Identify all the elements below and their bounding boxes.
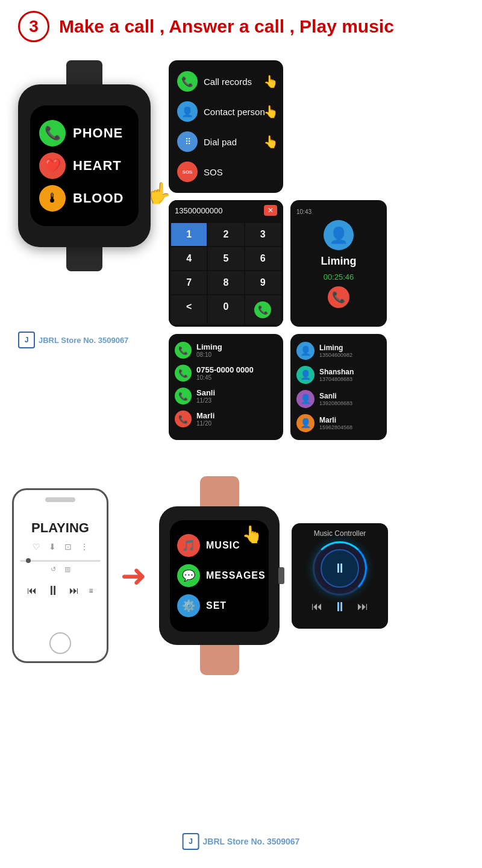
pause-icon[interactable]: ⏸: [46, 583, 60, 599]
heart-label: HEART: [73, 158, 122, 174]
watch-menu-messages[interactable]: 💬 MESSAGES: [177, 564, 261, 587]
calllog-name-4: Marli: [196, 411, 277, 420]
dialpad-key-9[interactable]: 9: [245, 271, 281, 294]
menu-item-sos[interactable]: SOS SOS: [169, 157, 283, 187]
dialpad-key-3[interactable]: 3: [245, 223, 281, 246]
calllog-item-4: 📞 Marli 11/20: [169, 407, 283, 430]
mc-next-icon[interactable]: ⏭: [357, 600, 368, 613]
menu-item-callrecords[interactable]: 📞 Call records 👆: [169, 66, 283, 96]
calllog-info-2: 0755-0000 0000 10:45: [196, 365, 277, 381]
like-icon[interactable]: ♡: [33, 542, 40, 552]
phone-home-button[interactable]: [49, 632, 71, 654]
calllog-info-4: Marli 11/20: [196, 411, 277, 427]
pink-watch-body: 🎵 MUSIC 💬 MESSAGES ⚙️ SET 👆: [159, 506, 280, 645]
dialpad-key-8[interactable]: 8: [208, 271, 243, 294]
dialpad-call-icon: 📞: [254, 301, 271, 318]
contact-info-4: Marli 15962804568: [319, 416, 381, 430]
dialpad-key-4[interactable]: 4: [171, 247, 207, 270]
dialpad-key-7[interactable]: 7: [171, 271, 207, 294]
dialpad-key-0[interactable]: 0: [208, 295, 243, 324]
settings-icon: ⚙️: [177, 594, 200, 617]
prev-icon[interactable]: ⏮: [27, 585, 37, 596]
music-disc-outer: ⏸: [313, 541, 367, 596]
watch-item-phone: 📞 PHONE: [39, 120, 130, 146]
music-progress-arc: [313, 541, 367, 596]
menu-item-dialpad[interactable]: ⠿ Dial pad 👆: [169, 127, 283, 157]
shuffle-icon[interactable]: ↺: [51, 565, 56, 573]
dialpad-key-2[interactable]: 2: [208, 223, 243, 246]
contact-name-2: Shanshan: [319, 368, 381, 376]
calllog-icon-4: 📞: [175, 410, 192, 427]
dialpad-key-1[interactable]: 1: [171, 223, 207, 246]
dialpad-screen: 13500000000 ✕ 1 2 3 4 5 6 7 8 9 < 0 📞: [169, 200, 283, 327]
right-panel: 📞 Call records 👆 👤 Contact person 👆 ⠿ Di…: [169, 60, 470, 440]
blood-label: BLOOD: [73, 190, 124, 206]
contacts-screen: 👤 Liming 13504600982 👤 Shanshan 13704808…: [290, 334, 387, 440]
watermark-top: J JBRL Store No. 3509067: [18, 332, 128, 348]
watch-item-heart: ❤️ HEART: [39, 153, 130, 179]
watermark-brand: JBRL Store No. 3509067: [39, 336, 128, 345]
more-icon[interactable]: ⋮: [80, 542, 89, 552]
contact-name-4: Marli: [319, 416, 381, 424]
calllog-item-2: 📞 0755-0000 0000 10:45: [169, 362, 283, 385]
bottom-section: PLAYING ♡ ⬇ ⊡ ⋮ ↺ ▥ ⏮ ⏸ ⏭ ≡ ➜ 🎵: [0, 476, 482, 675]
music-label: MUSIC: [206, 540, 240, 551]
music-controls: ⏮ ⏸ ⏭: [311, 599, 368, 615]
mc-play-icon[interactable]: ⏸: [333, 599, 346, 615]
incoming-end-button[interactable]: 📞: [328, 286, 349, 308]
bottom-watermark-text: JBRL Store No. 3509067: [203, 837, 300, 846]
dialpad-key-back[interactable]: <: [171, 295, 207, 324]
dialpad-icon: ⠿: [177, 131, 198, 152]
dialpad-label: Dial pad: [204, 137, 237, 147]
contact-label: Contact person: [204, 107, 265, 117]
phone-playback-row: ⏮ ⏸ ⏭ ≡: [27, 583, 93, 599]
phone-label: PHONE: [73, 125, 123, 141]
hand-pointer-contact: 👆: [263, 104, 278, 119]
incoming-time: 10:43: [296, 209, 311, 215]
incoming-avatar: 👤: [324, 220, 354, 250]
contact-avatar-1: 👤: [296, 342, 315, 360]
calllog-name-2: 0755-0000 0000: [196, 365, 277, 374]
music-icon: 🎵: [177, 534, 200, 557]
menu-item-contact[interactable]: 👤 Contact person 👆: [169, 96, 283, 127]
dialpad-delete-btn[interactable]: ✕: [264, 205, 277, 216]
calllog-item-1: 📞 Liming 08:10: [169, 339, 283, 362]
page-title: Make a call , Answer a call , Play music: [59, 16, 394, 37]
step-number: 3: [18, 11, 49, 42]
contact-avatar-4: 👤: [296, 414, 315, 432]
bottom-watermark: J JBRL Store No. 3509067: [183, 833, 300, 850]
next-icon[interactable]: ⏭: [69, 585, 79, 596]
sos-label: SOS: [204, 167, 223, 177]
playlist-icon[interactable]: ≡: [89, 587, 93, 595]
dialpad-key-6[interactable]: 6: [245, 247, 281, 270]
phone-mockup: PLAYING ♡ ⬇ ⊡ ⋮ ↺ ▥ ⏮ ⏸ ⏭ ≡: [12, 488, 108, 663]
screens-row-3: 📞 Liming 08:10 📞 0755-0000 0000 10:45 📞: [169, 334, 470, 440]
contact-item-3: 👤 Sanli 13920808683: [290, 387, 387, 411]
calllog-name-1: Liming: [196, 342, 277, 351]
watch-menu-set[interactable]: ⚙️ SET: [177, 594, 261, 617]
contact-name-1: Liming: [319, 344, 381, 352]
calllog-icon-3: 📞: [175, 388, 192, 404]
calllog-time-1: 08:10: [196, 351, 277, 358]
screens-row-2: 13500000000 ✕ 1 2 3 4 5 6 7 8 9 < 0 📞: [169, 200, 470, 327]
hand-pointer-dialpad: 👆: [263, 134, 278, 149]
calllog-info-1: Liming 08:10: [196, 342, 277, 358]
calllog-time-4: 11/20: [196, 420, 277, 427]
dialpad-key-call[interactable]: 📞: [245, 295, 281, 324]
dialpad-key-5[interactable]: 5: [208, 247, 243, 270]
callrecords-label: Call records: [204, 77, 252, 87]
messages-label: MESSAGES: [206, 570, 266, 581]
volume-icon[interactable]: ▥: [64, 565, 70, 573]
mc-prev-icon[interactable]: ⏮: [311, 600, 322, 613]
hand-pointer-callrecords: 👆: [263, 74, 278, 89]
watch-screen: 📞 PHONE ❤️ HEART 🌡 BLOOD: [30, 105, 139, 226]
arrow-right-icon: ➜: [120, 558, 147, 594]
contact-phone-1: 13504600982: [319, 352, 381, 358]
share-icon[interactable]: ⊡: [64, 542, 72, 552]
pink-band-bottom: [200, 645, 239, 675]
messages-icon: 💬: [177, 564, 200, 587]
menu-screen: 📞 Call records 👆 👤 Contact person 👆 ⠿ Di…: [169, 60, 283, 193]
download-icon[interactable]: ⬇: [49, 542, 56, 552]
sos-icon: SOS: [177, 162, 198, 182]
incoming-name: Liming: [321, 255, 357, 268]
